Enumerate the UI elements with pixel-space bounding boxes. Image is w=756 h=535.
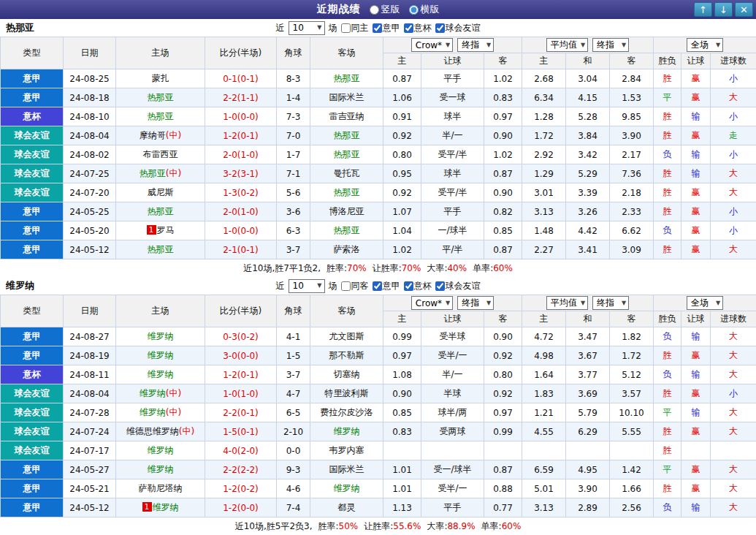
move-down-button[interactable]: ↓ bbox=[714, 2, 733, 17]
league-filter-checkbox-0-input[interactable] bbox=[373, 23, 382, 33]
odds-source-select[interactable]: 全场▼ bbox=[687, 38, 723, 52]
team-link[interactable]: 切塞纳 bbox=[334, 369, 360, 379]
match-score: 2-1(0-1) bbox=[205, 240, 277, 259]
match-count-select[interactable]: 10▼ bbox=[289, 21, 325, 35]
odds-source-select[interactable]: 终指▼ bbox=[592, 296, 629, 310]
team-link[interactable]: 维罗纳 bbox=[153, 502, 179, 512]
odds-source-select[interactable]: 终指▼ bbox=[592, 38, 629, 52]
team-link[interactable]: 国际米兰 bbox=[329, 92, 364, 102]
odds-source-select[interactable]: Crow*▼ bbox=[411, 38, 453, 52]
result-cell: 负 bbox=[654, 145, 681, 164]
handicap-result-cell: 输 bbox=[681, 164, 711, 183]
team-link[interactable]: 热那亚 bbox=[148, 111, 174, 121]
same-venue-checkbox-input[interactable] bbox=[341, 23, 351, 33]
team-link[interactable]: 维罗纳 bbox=[148, 445, 174, 455]
goals-result-cell: 大 bbox=[711, 88, 756, 107]
league-filter-checkbox-0-input[interactable] bbox=[373, 281, 382, 291]
team-link[interactable]: 维罗纳 bbox=[334, 483, 360, 493]
team-link[interactable]: 维罗纳 bbox=[140, 388, 166, 398]
league-filter-checkbox-1-input[interactable] bbox=[404, 281, 413, 291]
odds-source-select[interactable]: 终指▼ bbox=[457, 38, 494, 52]
goals-result-cell: 大 bbox=[711, 346, 756, 365]
summary-line: 近10场,胜5平2负3,胜率:50%让胜率:55.6%大率:88.9%单率:60… bbox=[0, 517, 756, 535]
league-filter-checkbox-1[interactable]: 意杯 bbox=[404, 280, 432, 292]
same-venue-checkbox[interactable]: 同客 bbox=[341, 280, 369, 292]
avg-away-odds: 3.90 bbox=[610, 126, 654, 145]
sub-column-header: 让球 bbox=[421, 53, 484, 69]
corner-score: 4-7 bbox=[277, 384, 310, 403]
goals-result-cell: 大 bbox=[711, 183, 756, 202]
team-link[interactable]: 萨索洛 bbox=[334, 244, 360, 254]
league-filter-checkbox-0[interactable]: 意甲 bbox=[373, 22, 400, 34]
league-filter-checkbox-2-input[interactable] bbox=[435, 23, 445, 33]
team-link[interactable]: 热那亚 bbox=[148, 206, 174, 216]
vertical-radio[interactable] bbox=[370, 5, 379, 15]
team-link[interactable]: 热那亚 bbox=[140, 168, 166, 178]
team-link[interactable]: 热那亚 bbox=[148, 92, 174, 102]
league-badge: 意杯 bbox=[1, 107, 64, 126]
same-venue-checkbox[interactable]: 同主 bbox=[341, 22, 369, 34]
team-link[interactable]: 维罗纳 bbox=[334, 426, 360, 436]
league-filter-checkbox-2-input[interactable] bbox=[435, 281, 445, 291]
away-odds: 1.02 bbox=[484, 145, 522, 164]
league-filter-checkbox-1[interactable]: 意杯 bbox=[404, 22, 432, 34]
team-link[interactable]: 都灵 bbox=[338, 502, 356, 512]
team-link[interactable]: 热那亚 bbox=[334, 73, 360, 83]
team-link[interactable]: 韦罗内塞 bbox=[329, 445, 364, 455]
layout-option-horizontal[interactable]: 横版 bbox=[409, 3, 440, 16]
team-link[interactable]: 萨勒尼塔纳 bbox=[139, 483, 183, 493]
team-link[interactable]: 维罗纳 bbox=[148, 464, 174, 474]
team-link[interactable]: 曼托瓦 bbox=[334, 168, 360, 178]
layout-option-vertical[interactable]: 竖版 bbox=[370, 3, 400, 16]
team-link[interactable]: 那不勒斯 bbox=[329, 350, 364, 360]
team-link[interactable]: 费拉尔皮沙洛 bbox=[321, 407, 373, 417]
team-link[interactable]: 热那亚 bbox=[334, 130, 360, 140]
league-filter-checkbox-0[interactable]: 意甲 bbox=[373, 280, 400, 292]
team-link[interactable]: 维罗纳 bbox=[140, 407, 166, 417]
team-link[interactable]: 尤文图斯 bbox=[329, 331, 364, 341]
team-link[interactable]: 博洛尼亚 bbox=[329, 206, 364, 216]
team-link[interactable]: 特里波利斯 bbox=[325, 388, 369, 398]
match-score: 1-2(0-1) bbox=[205, 365, 277, 384]
corner-score: 7-3 bbox=[277, 107, 310, 126]
odds-source-select[interactable]: 平均值▼ bbox=[546, 38, 588, 52]
team-link[interactable]: 维德思维罗纳 bbox=[126, 426, 179, 436]
match-date: 24-08-10 bbox=[64, 107, 116, 126]
horizontal-radio[interactable] bbox=[409, 5, 419, 15]
team-link[interactable]: 威尼斯 bbox=[148, 187, 174, 197]
team-link[interactable]: 摩纳哥 bbox=[140, 130, 166, 140]
league-filter-checkbox-1-input[interactable] bbox=[404, 23, 413, 33]
summary-stat-label: 胜率: bbox=[327, 263, 347, 273]
move-up-button[interactable]: ↑ bbox=[694, 2, 712, 17]
avg-away-odds: 9.85 bbox=[610, 107, 654, 126]
team-link[interactable]: 雷吉亚纳 bbox=[329, 111, 364, 121]
odds-source-select[interactable]: 平均值▼ bbox=[546, 296, 588, 310]
neutral-marker: (中) bbox=[166, 407, 181, 417]
close-button[interactable]: ✕ bbox=[735, 2, 753, 17]
odds-source-select[interactable]: Crow*▼ bbox=[411, 296, 453, 310]
team-link[interactable]: 国际米兰 bbox=[329, 464, 364, 474]
league-filter-checkbox-2[interactable]: 球会友谊 bbox=[435, 280, 481, 292]
team-link[interactable]: 热那亚 bbox=[334, 187, 360, 197]
team-link[interactable]: 维罗纳 bbox=[148, 350, 174, 360]
odds-source-select[interactable]: 终指▼ bbox=[457, 296, 494, 310]
horizontal-radio-label: 横版 bbox=[421, 3, 440, 16]
match-date: 24-08-04 bbox=[64, 126, 116, 145]
team-link[interactable]: 热那亚 bbox=[334, 149, 360, 159]
close-icon: ✕ bbox=[740, 4, 748, 15]
table-row: 意杯24-08-10热那亚1-0(0-0)7-3雷吉亚纳0.91球半0.971.… bbox=[1, 107, 756, 126]
team-link[interactable]: 罗马 bbox=[157, 225, 175, 235]
match-date: 24-07-25 bbox=[64, 164, 116, 183]
team-link[interactable]: 维罗纳 bbox=[148, 331, 174, 341]
table-row: 球会友谊24-08-02布雷西亚2-0(1-0)1-7热那亚0.80受平/半1.… bbox=[1, 145, 756, 164]
league-filter-checkbox-2[interactable]: 球会友谊 bbox=[435, 22, 481, 34]
team-link[interactable]: 热那亚 bbox=[334, 225, 360, 235]
team-link[interactable]: 维罗纳 bbox=[148, 369, 174, 379]
match-count-select[interactable]: 10▼ bbox=[289, 279, 325, 293]
team-link[interactable]: 热那亚 bbox=[148, 244, 174, 254]
odds-source-select[interactable]: 全场▼ bbox=[687, 296, 723, 310]
same-venue-checkbox-input[interactable] bbox=[341, 281, 351, 291]
home-odds: 1.01 bbox=[383, 479, 421, 498]
team-link[interactable]: 布雷西亚 bbox=[143, 149, 178, 159]
team-link[interactable]: 蒙扎 bbox=[152, 73, 169, 83]
